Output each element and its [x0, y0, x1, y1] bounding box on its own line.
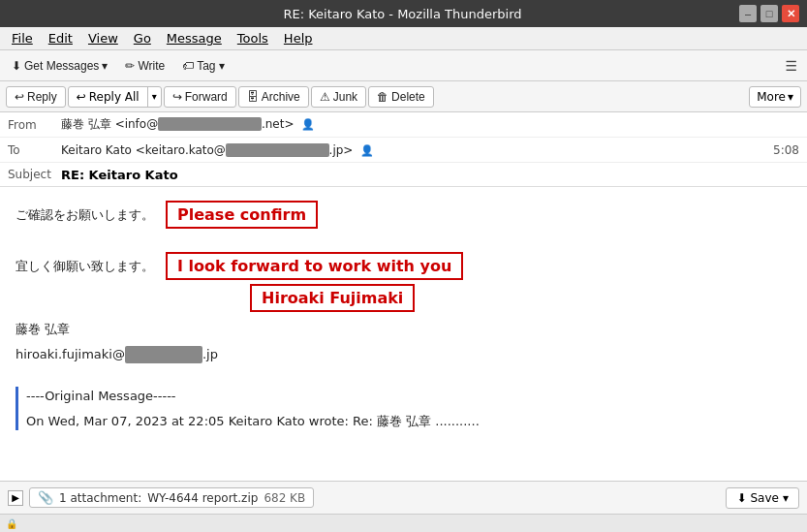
status-bar: 🔒	[0, 514, 807, 532]
to-domain: .jp>	[329, 143, 354, 157]
menu-tools[interactable]: Tools	[230, 29, 276, 47]
subject-label: Subject	[8, 168, 61, 181]
subject-value: RE: Keitaro Kato	[61, 168, 178, 182]
expand-icon: ▶	[12, 492, 19, 503]
save-arrow: ▾	[783, 491, 789, 505]
junk-button[interactable]: ⚠ Junk	[311, 86, 366, 108]
archive-icon: 🗄	[247, 90, 259, 104]
tag-icon: 🏷	[182, 59, 194, 73]
more-arrow: ▾	[788, 90, 793, 104]
menu-view[interactable]: View	[80, 29, 126, 47]
email-header: From 藤巻 弘章 <info@■■■■■■■■.net> 👤 To Keit…	[0, 112, 807, 187]
email-time: 5:08	[773, 143, 799, 157]
title-bar: RE: Keitaro Kato - Mozilla Thunderbird –…	[0, 0, 807, 27]
attachment-size: 682 KB	[264, 491, 305, 505]
menu-message[interactable]: Message	[159, 29, 230, 47]
from-label: From	[8, 118, 61, 132]
junk-label: Junk	[333, 90, 357, 104]
junk-icon: ⚠	[320, 90, 330, 104]
menu-edit[interactable]: Edit	[41, 29, 80, 47]
attachment-count: 1 attachment:	[59, 491, 141, 505]
toolbar: ⬇ Get Messages ▾ ✏ Write 🏷 Tag ▾ ☰	[0, 50, 807, 81]
from-blurred: ■■■■■■■■	[158, 117, 262, 131]
window-controls: – □ ✕	[739, 5, 799, 22]
delete-icon: 🗑	[377, 90, 388, 104]
contact-icon[interactable]: 👤	[301, 118, 315, 131]
write-icon: ✏	[125, 59, 135, 73]
body-spacer-1	[16, 233, 791, 252]
get-messages-label: Get Messages	[24, 59, 99, 73]
attachment-bar: ▶ 📎 1 attachment: WY-4644 report.zip 682…	[0, 481, 807, 514]
forward-icon: ↪	[172, 90, 182, 104]
annotation-hiroaki-row: Hiroaki Fujimaki	[238, 284, 791, 312]
minimize-button[interactable]: –	[739, 5, 757, 22]
forward-button[interactable]: ↪ Forward	[164, 86, 236, 108]
original-msg-header: ----Original Message-----	[26, 387, 791, 406]
write-label: Write	[138, 59, 165, 73]
reply-all-button[interactable]: ↩ Reply All	[69, 87, 148, 107]
archive-label: Archive	[262, 90, 300, 104]
sig-email-domain: .jp	[202, 347, 218, 361]
save-button[interactable]: ⬇ Save ▾	[726, 487, 799, 509]
attachment-info: 📎 1 attachment: WY-4644 report.zip 682 K…	[29, 487, 314, 508]
to-contact-icon[interactable]: 👤	[360, 144, 374, 157]
menu-help[interactable]: Help	[276, 29, 321, 47]
get-messages-button[interactable]: ⬇ Get Messages ▾	[4, 55, 115, 77]
sig-email-prefix: hiroaki.fujimaki@	[16, 347, 125, 361]
forward-label: Forward	[185, 90, 228, 104]
to-row: To Keitaro Kato <keitaro.kato@■■■■■■■■.j…	[0, 138, 807, 163]
menu-go[interactable]: Go	[126, 29, 159, 47]
annotation-please-confirm: Please confirm	[166, 201, 318, 229]
get-messages-arrow[interactable]: ▾	[102, 59, 108, 73]
reply-button[interactable]: ↩ Reply	[6, 86, 66, 108]
reply-all-label: Reply All	[89, 90, 140, 104]
hamburger-menu[interactable]: ☰	[779, 55, 803, 77]
save-label: Save	[751, 491, 779, 505]
to-label: To	[8, 143, 61, 157]
sig-name: 藤巻 弘章	[16, 320, 791, 339]
tag-button[interactable]: 🏷 Tag ▾	[174, 55, 232, 77]
to-blurred: ■■■■■■■■	[226, 143, 329, 157]
to-name: Keitaro Kato <keitaro.kato@	[61, 143, 226, 157]
tag-arrow: ▾	[219, 59, 225, 73]
menu-file[interactable]: File	[4, 29, 41, 47]
original-msg-meta: On Wed, Mar 07, 2023 at 22:05 Keitaro Ka…	[26, 412, 791, 431]
body-line-1-row: ご確認をお願いします。 Please confirm	[16, 201, 791, 229]
more-button[interactable]: More ▾	[749, 86, 801, 108]
archive-button[interactable]: 🗄 Archive	[238, 86, 309, 108]
reply-all-split: ↩ Reply All ▾	[68, 86, 162, 108]
body-line-2-row: 宜しく御願い致します。 I look forward to work with …	[16, 252, 791, 280]
delete-label: Delete	[391, 90, 425, 104]
write-button[interactable]: ✏ Write	[117, 55, 172, 77]
action-bar: ↩ Reply ↩ Reply All ▾ ↪ Forward 🗄 Archiv…	[0, 81, 807, 112]
to-value: Keitaro Kato <keitaro.kato@■■■■■■■■.jp> …	[61, 143, 773, 157]
annotation-hiroaki: Hiroaki Fujimaki	[250, 284, 415, 312]
body-line-1-jp: ご確認をお願いします。	[16, 205, 154, 225]
from-name: 藤巻 弘章 <info@	[61, 117, 158, 131]
get-messages-icon: ⬇	[12, 59, 21, 73]
original-message: ----Original Message----- On Wed, Mar 07…	[16, 387, 791, 430]
from-row: From 藤巻 弘章 <info@■■■■■■■■.net> 👤	[0, 112, 807, 138]
reply-all-arrow[interactable]: ▾	[148, 87, 161, 107]
maximize-button[interactable]: □	[760, 5, 778, 22]
subject-row: Subject RE: Keitaro Kato	[0, 163, 807, 186]
more-label: More	[757, 90, 786, 104]
reply-icon: ↩	[15, 90, 24, 104]
annotation-look-forward: I look forward to work with you	[166, 252, 463, 280]
sig-email: hiroaki.fujimaki@■■■■■■.jp	[16, 345, 791, 364]
menu-bar: File Edit View Go Message Tools Help	[0, 27, 807, 50]
attachment-expand[interactable]: ▶	[8, 490, 23, 506]
delete-button[interactable]: 🗑 Delete	[368, 86, 434, 108]
from-domain: .net>	[262, 117, 295, 131]
attachment-icon: 📎	[38, 490, 53, 505]
window-title: RE: Keitaro Kato - Mozilla Thunderbird	[66, 7, 739, 21]
close-button[interactable]: ✕	[782, 5, 799, 22]
reply-all-icon: ↩	[77, 90, 86, 104]
tag-label: Tag	[197, 59, 215, 73]
attachment-filename: WY-4644 report.zip	[147, 491, 258, 505]
signature-block: 藤巻 弘章 hiroaki.fujimaki@■■■■■■.jp	[16, 320, 791, 363]
save-icon: ⬇	[736, 491, 746, 505]
reply-label: Reply	[27, 90, 57, 104]
email-body: ご確認をお願いします。 Please confirm 宜しく御願い致します。 I…	[0, 187, 807, 481]
body-line-2-jp: 宜しく御願い致します。	[16, 257, 154, 276]
